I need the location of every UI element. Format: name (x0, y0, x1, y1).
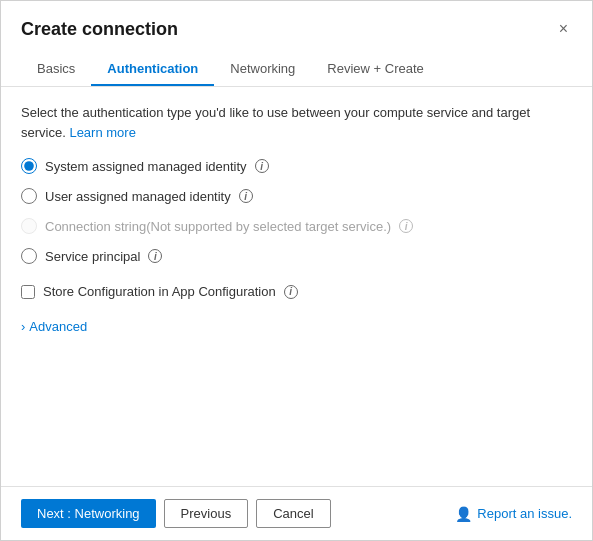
option-connection-string: Connection string(Not supported by selec… (21, 218, 572, 234)
tab-basics[interactable]: Basics (21, 53, 91, 86)
previous-button[interactable]: Previous (164, 499, 249, 528)
store-config-label: Store Configuration in App Configuration (43, 284, 276, 299)
next-button[interactable]: Next : Networking (21, 499, 156, 528)
content-area: Select the authentication type you'd lik… (1, 87, 592, 486)
tab-bar: Basics Authentication Networking Review … (1, 41, 592, 87)
radio-service-principal[interactable] (21, 248, 37, 264)
info-icon-user: i (239, 189, 253, 203)
learn-more-link[interactable]: Learn more (69, 125, 135, 140)
advanced-toggle[interactable]: › Advanced (21, 319, 87, 334)
info-icon-connection-string: i (399, 219, 413, 233)
report-issue-label: Report an issue. (477, 506, 572, 521)
store-config-checkbox[interactable] (21, 285, 35, 299)
auth-options-group: System assigned managed identity i User … (21, 158, 572, 264)
tab-review-create[interactable]: Review + Create (311, 53, 439, 86)
radio-connection-string (21, 218, 37, 234)
report-icon: 👤 (455, 506, 472, 522)
info-icon-store-config: i (284, 285, 298, 299)
tab-networking[interactable]: Networking (214, 53, 311, 86)
info-icon-system: i (255, 159, 269, 173)
option-connection-string-label: Connection string(Not supported by selec… (45, 219, 391, 234)
advanced-label: Advanced (29, 319, 87, 334)
option-user-assigned-label: User assigned managed identity (45, 189, 231, 204)
chevron-right-icon: › (21, 319, 25, 334)
close-button[interactable]: × (555, 17, 572, 41)
dialog-title: Create connection (21, 19, 178, 40)
option-system-assigned[interactable]: System assigned managed identity i (21, 158, 572, 174)
info-icon-service-principal: i (148, 249, 162, 263)
radio-system-assigned[interactable] (21, 158, 37, 174)
store-config-row: Store Configuration in App Configuration… (21, 284, 572, 299)
create-connection-dialog: Create connection × Basics Authenticatio… (0, 0, 593, 541)
tab-authentication[interactable]: Authentication (91, 53, 214, 86)
option-system-assigned-label: System assigned managed identity (45, 159, 247, 174)
description-text: Select the authentication type you'd lik… (21, 103, 572, 142)
dialog-footer: Next : Networking Previous Cancel 👤 Repo… (1, 486, 592, 540)
cancel-button[interactable]: Cancel (256, 499, 330, 528)
dialog-header: Create connection × (1, 1, 592, 41)
report-issue-button[interactable]: 👤 Report an issue. (455, 506, 572, 522)
option-service-principal[interactable]: Service principal i (21, 248, 572, 264)
option-service-principal-label: Service principal (45, 249, 140, 264)
radio-user-assigned[interactable] (21, 188, 37, 204)
option-user-assigned[interactable]: User assigned managed identity i (21, 188, 572, 204)
